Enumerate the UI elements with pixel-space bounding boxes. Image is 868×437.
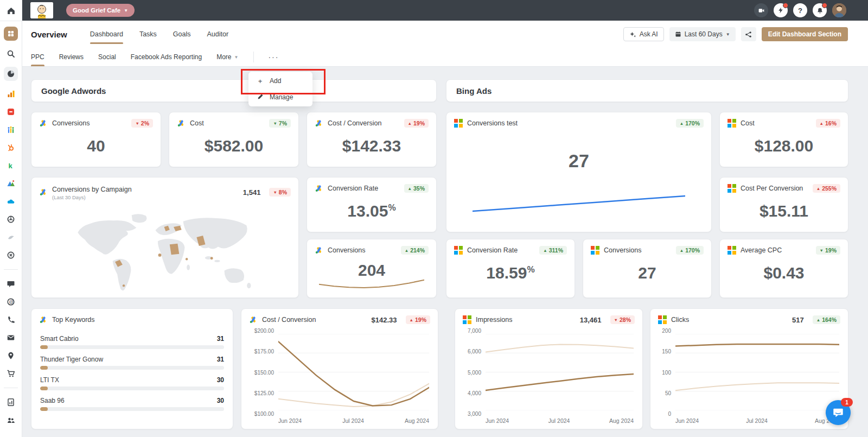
client-logo[interactable] xyxy=(30,2,53,18)
metric-card-bing-cost[interactable]: Cost ▲16% $128.00 xyxy=(719,112,848,167)
metric-title: Conversions test xyxy=(467,119,518,127)
subtab-more[interactable]: More ▼ xyxy=(216,48,238,66)
google-ads-icon xyxy=(39,315,48,324)
notification-dot xyxy=(783,3,788,8)
keyword-row[interactable]: Smart Cabrio31 xyxy=(40,335,224,349)
metric-card-cost-per-conversion-bing[interactable]: Cost Per Conversion ▲255% $15.11 xyxy=(719,177,848,232)
notifications-button[interactable] xyxy=(813,3,827,17)
tab-tasks[interactable]: Tasks xyxy=(139,21,157,48)
metric-title: Top Keywords xyxy=(52,316,95,324)
keyword-value: 31 xyxy=(217,356,224,363)
google-ads-icon[interactable] xyxy=(6,107,16,117)
metric-card-bing-conversions[interactable]: Conversions ▲170% 27 xyxy=(583,239,712,298)
dashboard-subnav: PPC Reviews Social Facebook Ads Reportin… xyxy=(22,48,868,67)
metric-card-average-cpc[interactable]: Average CPC ▼19% $0.43 xyxy=(719,239,848,298)
subtab-ppc[interactable]: PPC xyxy=(31,48,44,66)
line-chart xyxy=(675,334,839,410)
home-icon[interactable] xyxy=(6,5,16,15)
google-business-icon[interactable] xyxy=(6,125,16,135)
metric-card-bing-conversion-rate[interactable]: Conversion Rate ▲311% 18.59% xyxy=(446,239,575,298)
ask-ai-button[interactable]: Ask AI xyxy=(623,27,664,41)
metric-title: Conversion Rate xyxy=(328,185,378,192)
client-selector[interactable]: Good Grief Cafe ▼ xyxy=(66,4,135,17)
metric-card-conversions[interactable]: Conversions ▼2% 40 xyxy=(31,112,161,167)
chat-widget-button[interactable]: 1 xyxy=(826,400,851,425)
metric-value: 27 xyxy=(583,264,711,282)
salesforce-icon[interactable] xyxy=(6,197,16,206)
klaviyo-icon[interactable]: k xyxy=(6,161,16,170)
video-tutorials-button[interactable] xyxy=(754,3,768,17)
subtab-reviews[interactable]: Reviews xyxy=(59,48,84,66)
keyword-row[interactable]: LTI TX30 xyxy=(40,376,224,390)
section-google-adwords: Google Adwords xyxy=(31,79,437,102)
metric-value: $0.43 xyxy=(720,264,848,282)
metric-value: $128.00 xyxy=(720,137,848,155)
menu-item-manage[interactable]: Manage xyxy=(248,89,312,105)
y-tick-label: $175.00 xyxy=(254,349,274,354)
google-analytics-icon[interactable] xyxy=(6,89,16,99)
keyword-bar xyxy=(40,387,224,390)
keyword-label: Smart Cabrio xyxy=(40,335,79,343)
search-icon[interactable] xyxy=(6,49,16,59)
dove-app-icon[interactable] xyxy=(6,232,16,242)
overflow-menu-button[interactable]: ··· xyxy=(264,52,283,62)
keyword-row[interactable]: Thunder Tiger Gonow31 xyxy=(40,356,224,370)
calls-icon[interactable] xyxy=(6,315,16,325)
keyword-list: Smart Cabrio31Thunder Tiger Gonow31LTI T… xyxy=(31,324,233,411)
edit-dashboard-button[interactable]: Edit Dashboard Section xyxy=(762,27,848,41)
menu-item-add[interactable]: + Add xyxy=(248,73,312,89)
metric-value: 40 xyxy=(31,137,161,155)
local-listings-icon[interactable] xyxy=(6,351,16,360)
sports-ball-icon[interactable] xyxy=(6,214,16,224)
team-icon[interactable] xyxy=(6,415,16,425)
calendar-icon xyxy=(675,31,681,37)
line-chart xyxy=(486,334,634,410)
keyword-value: 31 xyxy=(217,335,224,343)
ppc-pie-icon[interactable] xyxy=(4,67,18,81)
tab-auditor[interactable]: Auditor xyxy=(207,21,228,48)
share-button[interactable] xyxy=(741,27,756,41)
keyword-value: 30 xyxy=(217,376,224,384)
help-button[interactable]: ? xyxy=(793,3,807,17)
y-tick-label: $100.00 xyxy=(254,411,274,417)
ecommerce-icon[interactable] xyxy=(6,369,16,378)
hubspot-icon[interactable] xyxy=(6,143,16,153)
social-at-icon[interactable]: @ xyxy=(6,297,16,307)
apps-grid-icon[interactable] xyxy=(4,27,18,41)
clicks-chart-card[interactable]: Clicks 517 ▲164% 200150100500 Jun 2024Ju… xyxy=(650,308,848,429)
impressions-chart-card[interactable]: Impressions 13,461 ▼28% 7,0006,0005,0004… xyxy=(455,308,643,429)
sidebar-divider xyxy=(4,269,18,270)
user-avatar[interactable] xyxy=(832,3,846,17)
email-icon[interactable] xyxy=(6,333,16,343)
subtab-facebook-ads[interactable]: Facebook Ads Reporting xyxy=(131,48,202,66)
y-tick-label: 50 xyxy=(665,390,671,396)
reports-icon[interactable] xyxy=(6,397,16,407)
mountains-app-icon[interactable] xyxy=(6,179,16,188)
page-title: Overview xyxy=(31,30,67,39)
metric-card-conversion-rate[interactable]: Conversion Rate ▲35% 13.05% xyxy=(307,177,437,232)
map-card-conversions-by-campaign[interactable]: Conversions by Campaign (Last 30 Days) 1… xyxy=(31,177,299,298)
metric-card-cost-per-conversion[interactable]: Cost / Conversion ▲19% $142.33 xyxy=(307,112,437,167)
top-keywords-card[interactable]: Top Keywords Smart Cabrio31Thunder Tiger… xyxy=(31,308,233,429)
change-badge: ▲311% xyxy=(539,246,567,255)
chevron-down-icon: ▼ xyxy=(234,55,239,60)
subtab-social[interactable]: Social xyxy=(98,48,116,66)
chat-app-icon[interactable] xyxy=(6,279,16,289)
whats-new-button[interactable] xyxy=(774,3,788,17)
metric-card-cost[interactable]: Cost ▼7% $582.00 xyxy=(169,112,299,167)
keyword-row[interactable]: Saab 9630 xyxy=(40,397,224,411)
google-ads-icon xyxy=(249,315,258,324)
bing-ads-icon xyxy=(591,246,599,255)
tab-dashboard[interactable]: Dashboard xyxy=(90,21,123,48)
opted-out-icon[interactable] xyxy=(6,250,16,260)
metric-title: Conversions by Campaign xyxy=(52,186,132,193)
bing-ads-icon xyxy=(727,184,736,193)
date-range-button[interactable]: Last 60 Days ▼ xyxy=(669,27,736,41)
tab-goals[interactable]: Goals xyxy=(173,21,191,48)
change-badge: ▲19% xyxy=(404,119,429,128)
cost-per-conversion-chart-card[interactable]: Cost / Conversion $142.33 ▲19% $200.00$1… xyxy=(241,308,438,429)
metric-card-conversions-spark[interactable]: Conversions ▲214% 204 xyxy=(307,239,437,298)
metric-title: Cost Per Conversion xyxy=(741,185,803,192)
metric-card-conversions-test[interactable]: Conversions test ▲170% 27 xyxy=(446,112,712,232)
y-tick-label: 150 xyxy=(662,349,671,354)
